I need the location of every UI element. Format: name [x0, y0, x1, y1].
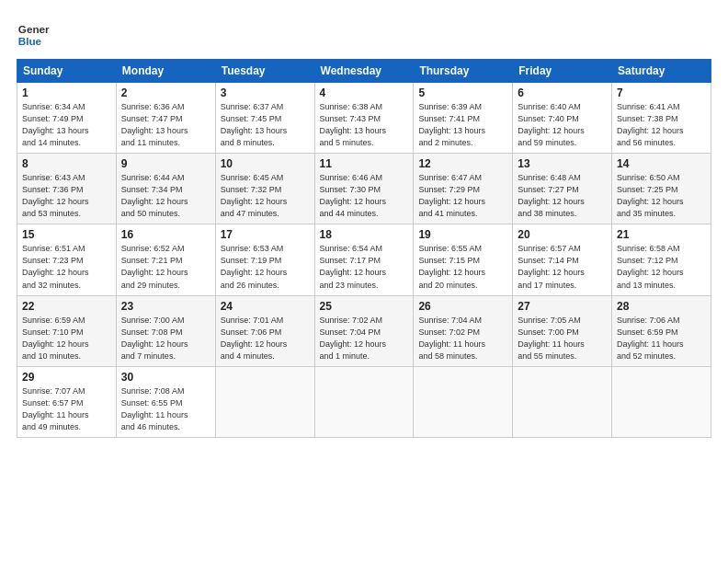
- day-info: Sunrise: 6:54 AMSunset: 7:17 PMDaylight:…: [320, 243, 409, 291]
- day-info: Sunrise: 7:06 AMSunset: 6:59 PMDaylight:…: [617, 315, 706, 362]
- day-info: Sunrise: 6:38 AMSunset: 7:43 PMDaylight:…: [320, 101, 409, 149]
- day-cell: 9Sunrise: 6:44 AMSunset: 7:34 PMDaylight…: [116, 154, 215, 224]
- svg-text:Blue: Blue: [18, 35, 42, 47]
- header-row: SundayMondayTuesdayWednesdayThursdayFrid…: [17, 60, 711, 83]
- day-cell: 21Sunrise: 6:58 AMSunset: 7:12 PMDayligh…: [612, 224, 711, 295]
- day-number: 14: [617, 157, 706, 170]
- day-info: Sunrise: 6:53 AMSunset: 7:19 PMDaylight:…: [221, 243, 310, 291]
- day-number: 9: [121, 157, 210, 170]
- day-cell: 22Sunrise: 6:59 AMSunset: 7:10 PMDayligh…: [17, 295, 117, 366]
- day-number: 2: [121, 86, 210, 99]
- day-info: Sunrise: 7:05 AMSunset: 7:00 PMDaylight:…: [518, 315, 607, 362]
- day-cell: 27Sunrise: 7:05 AMSunset: 7:00 PMDayligh…: [513, 295, 612, 366]
- day-number: 6: [518, 86, 607, 99]
- day-number: 24: [221, 300, 310, 313]
- day-number: 28: [617, 300, 706, 313]
- logo: General Blue: [17, 17, 53, 50]
- day-number: 1: [22, 86, 111, 99]
- day-number: 16: [121, 228, 210, 241]
- day-number: 29: [22, 371, 111, 384]
- logo-icon: General Blue: [17, 17, 50, 50]
- day-info: Sunrise: 7:01 AMSunset: 7:06 PMDaylight:…: [221, 315, 310, 362]
- day-info: Sunrise: 6:46 AMSunset: 7:30 PMDaylight:…: [320, 172, 409, 220]
- day-info: Sunrise: 6:47 AMSunset: 7:29 PMDaylight:…: [418, 172, 507, 220]
- day-number: 22: [22, 300, 111, 313]
- day-cell: 1Sunrise: 6:34 AMSunset: 7:49 PMDaylight…: [17, 83, 117, 154]
- day-cell: 8Sunrise: 6:43 AMSunset: 7:36 PMDaylight…: [17, 154, 117, 224]
- day-cell: 28Sunrise: 7:06 AMSunset: 6:59 PMDayligh…: [612, 295, 711, 366]
- day-info: Sunrise: 6:51 AMSunset: 7:23 PMDaylight:…: [22, 243, 111, 291]
- day-info: Sunrise: 6:50 AMSunset: 7:25 PMDaylight:…: [617, 172, 706, 220]
- day-info: Sunrise: 6:58 AMSunset: 7:12 PMDaylight:…: [617, 243, 706, 291]
- day-info: Sunrise: 6:37 AMSunset: 7:45 PMDaylight:…: [221, 101, 310, 149]
- day-cell: 18Sunrise: 6:54 AMSunset: 7:17 PMDayligh…: [314, 224, 414, 295]
- day-info: Sunrise: 6:39 AMSunset: 7:41 PMDaylight:…: [418, 101, 507, 149]
- day-info: Sunrise: 6:36 AMSunset: 7:47 PMDaylight:…: [121, 101, 210, 149]
- week-row-4: 22Sunrise: 6:59 AMSunset: 7:10 PMDayligh…: [17, 295, 711, 366]
- day-number: 11: [320, 157, 409, 170]
- day-cell: 7Sunrise: 6:41 AMSunset: 7:38 PMDaylight…: [612, 83, 711, 154]
- header-day-sunday: Sunday: [17, 60, 117, 83]
- day-info: Sunrise: 6:41 AMSunset: 7:38 PMDaylight:…: [617, 101, 706, 149]
- day-info: Sunrise: 6:57 AMSunset: 7:14 PMDaylight:…: [518, 243, 607, 291]
- day-number: 26: [418, 300, 507, 313]
- day-number: 3: [221, 86, 310, 99]
- day-cell: 20Sunrise: 6:57 AMSunset: 7:14 PMDayligh…: [513, 224, 612, 295]
- day-cell: 11Sunrise: 6:46 AMSunset: 7:30 PMDayligh…: [314, 154, 414, 224]
- day-number: 30: [121, 371, 210, 384]
- header-day-monday: Monday: [116, 60, 215, 83]
- day-cell: 12Sunrise: 6:47 AMSunset: 7:29 PMDayligh…: [414, 154, 513, 224]
- day-info: Sunrise: 7:04 AMSunset: 7:02 PMDaylight:…: [418, 315, 507, 362]
- day-cell: 4Sunrise: 6:38 AMSunset: 7:43 PMDaylight…: [314, 83, 414, 154]
- header-day-friday: Friday: [513, 60, 612, 83]
- calendar: SundayMondayTuesdayWednesdayThursdayFrid…: [17, 59, 711, 438]
- day-cell: [513, 366, 612, 437]
- week-row-1: 1Sunrise: 6:34 AMSunset: 7:49 PMDaylight…: [17, 83, 711, 154]
- day-info: Sunrise: 6:59 AMSunset: 7:10 PMDaylight:…: [22, 315, 111, 362]
- day-info: Sunrise: 7:02 AMSunset: 7:04 PMDaylight:…: [320, 315, 409, 362]
- day-info: Sunrise: 7:00 AMSunset: 7:08 PMDaylight:…: [121, 315, 210, 362]
- day-number: 10: [221, 157, 310, 170]
- day-info: Sunrise: 6:45 AMSunset: 7:32 PMDaylight:…: [221, 172, 310, 220]
- day-cell: 13Sunrise: 6:48 AMSunset: 7:27 PMDayligh…: [513, 154, 612, 224]
- day-cell: 3Sunrise: 6:37 AMSunset: 7:45 PMDaylight…: [215, 83, 314, 154]
- day-cell: 24Sunrise: 7:01 AMSunset: 7:06 PMDayligh…: [215, 295, 314, 366]
- page: General Blue SundayMondayTuesdayWednesda…: [0, 0, 728, 563]
- header-day-thursday: Thursday: [414, 60, 513, 83]
- day-number: 7: [617, 86, 706, 99]
- week-row-5: 29Sunrise: 7:07 AMSunset: 6:57 PMDayligh…: [17, 366, 711, 437]
- header-day-wednesday: Wednesday: [314, 60, 414, 83]
- day-info: Sunrise: 6:44 AMSunset: 7:34 PMDaylight:…: [121, 172, 210, 220]
- day-cell: 14Sunrise: 6:50 AMSunset: 7:25 PMDayligh…: [612, 154, 711, 224]
- day-number: 25: [320, 300, 409, 313]
- day-cell: [612, 366, 711, 437]
- day-cell: 29Sunrise: 7:07 AMSunset: 6:57 PMDayligh…: [17, 366, 117, 437]
- day-cell: 10Sunrise: 6:45 AMSunset: 7:32 PMDayligh…: [215, 154, 314, 224]
- header-day-saturday: Saturday: [612, 60, 711, 83]
- day-cell: 2Sunrise: 6:36 AMSunset: 7:47 PMDaylight…: [116, 83, 215, 154]
- calendar-body: 1Sunrise: 6:34 AMSunset: 7:49 PMDaylight…: [17, 83, 711, 438]
- week-row-2: 8Sunrise: 6:43 AMSunset: 7:36 PMDaylight…: [17, 154, 711, 224]
- day-number: 4: [320, 86, 409, 99]
- day-info: Sunrise: 6:43 AMSunset: 7:36 PMDaylight:…: [22, 172, 111, 220]
- day-number: 5: [418, 86, 507, 99]
- day-cell: 19Sunrise: 6:55 AMSunset: 7:15 PMDayligh…: [414, 224, 513, 295]
- day-number: 15: [22, 228, 111, 241]
- day-number: 21: [617, 228, 706, 241]
- day-cell: 26Sunrise: 7:04 AMSunset: 7:02 PMDayligh…: [414, 295, 513, 366]
- day-info: Sunrise: 6:48 AMSunset: 7:27 PMDaylight:…: [518, 172, 607, 220]
- day-cell: [314, 366, 414, 437]
- day-info: Sunrise: 6:34 AMSunset: 7:49 PMDaylight:…: [22, 101, 111, 149]
- day-cell: 17Sunrise: 6:53 AMSunset: 7:19 PMDayligh…: [215, 224, 314, 295]
- calendar-header: SundayMondayTuesdayWednesdayThursdayFrid…: [17, 60, 711, 83]
- day-number: 23: [121, 300, 210, 313]
- day-info: Sunrise: 7:08 AMSunset: 6:55 PMDaylight:…: [121, 385, 210, 433]
- day-number: 17: [221, 228, 310, 241]
- week-row-3: 15Sunrise: 6:51 AMSunset: 7:23 PMDayligh…: [17, 224, 711, 295]
- day-number: 20: [518, 228, 607, 241]
- day-info: Sunrise: 6:55 AMSunset: 7:15 PMDaylight:…: [418, 243, 507, 291]
- header: General Blue: [17, 17, 711, 50]
- day-number: 13: [518, 157, 607, 170]
- day-cell: [215, 366, 314, 437]
- day-info: Sunrise: 6:40 AMSunset: 7:40 PMDaylight:…: [518, 101, 607, 149]
